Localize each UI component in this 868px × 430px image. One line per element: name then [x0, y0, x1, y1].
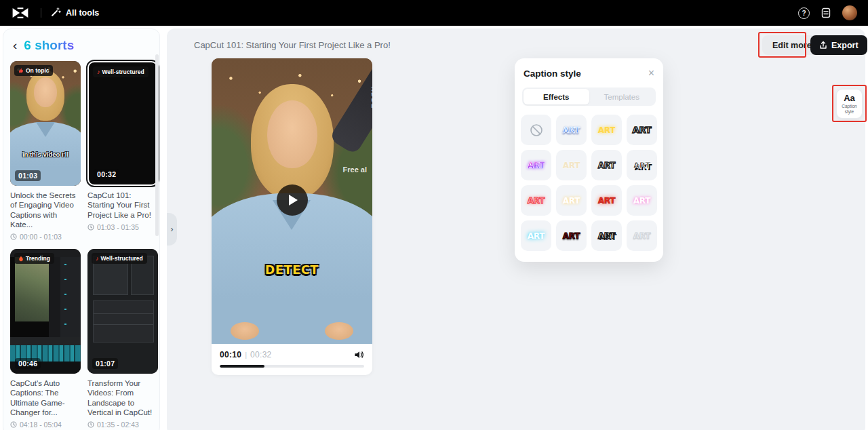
- short-thumbnail-3[interactable]: Trending 00:46: [10, 249, 81, 374]
- apps-icon[interactable]: [821, 7, 831, 18]
- style-tile-blue-gradient[interactable]: ART: [556, 115, 587, 145]
- time-separator: |: [245, 351, 247, 359]
- export-label: Export: [831, 41, 859, 50]
- magic-wand-icon: [51, 7, 61, 19]
- project-title: CapCut 101: Starting Your First Project …: [194, 40, 391, 50]
- mic-brand-label: RØDE: [370, 87, 372, 109]
- caption-panel-title: Caption style: [524, 69, 581, 79]
- short-thumbnail-2-selected[interactable]: ♪ Well-structured 00:32: [87, 61, 158, 186]
- caption-style-panel: Caption style × Effects Templates ART AR…: [515, 58, 663, 262]
- duration-label: 01:07: [92, 358, 118, 369]
- badge-trending: Trending: [14, 253, 54, 264]
- duration-label: 01:03: [15, 170, 41, 181]
- clock-icon: [87, 421, 94, 428]
- volume-icon[interactable]: [354, 350, 364, 359]
- video-preview[interactable]: RØDE Free al DETECT: [212, 58, 372, 344]
- play-button[interactable]: [277, 184, 308, 216]
- badge-on-topic: On topic: [14, 65, 53, 76]
- caption-style-grid: ART ART ART ART ART ART ART ART ART ART …: [522, 115, 656, 251]
- badge-well-structured: ♪ Well-structured: [92, 253, 147, 264]
- progress-fill: [220, 365, 264, 368]
- style-tile-purple-gradient[interactable]: ART: [521, 150, 551, 180]
- duration-label: 00:46: [15, 358, 41, 369]
- short-title: Unlock the Secrets of Engaging Video Cap…: [10, 191, 81, 229]
- video-overlay-text: Free al: [343, 165, 367, 174]
- short-thumbnail-4[interactable]: ♪ Well-structured 01:07: [87, 249, 158, 374]
- flame-icon: [18, 256, 24, 262]
- tab-effects[interactable]: Effects: [524, 89, 589, 104]
- user-avatar[interactable]: [842, 5, 857, 20]
- topbar: All tools ?: [0, 0, 868, 26]
- badge-well-structured: ♪ Well-structured: [93, 66, 149, 77]
- export-button[interactable]: Export: [810, 35, 867, 55]
- tab-templates[interactable]: Templates: [589, 89, 655, 104]
- shorts-grid: On topic in this video I'll 01:03 Unlock…: [3, 60, 159, 430]
- total-time: 00:32: [250, 350, 272, 359]
- player-controls: 00:10 | 00:32: [212, 344, 372, 375]
- music-note-icon: ♪: [96, 256, 99, 262]
- style-tile-bold-black-outline[interactable]: ART: [627, 115, 657, 145]
- all-tools-menu[interactable]: All tools: [51, 7, 99, 19]
- aa-icon: Aa: [844, 93, 855, 103]
- short-thumbnail-1[interactable]: On topic in this video I'll 01:03: [10, 61, 81, 186]
- style-tile-outline-shadow[interactable]: ART: [591, 220, 622, 251]
- capcut-app-window: All tools ? ‹ 6 shorts: [0, 0, 868, 430]
- export-icon: [819, 41, 827, 50]
- editor-preview: [15, 257, 49, 321]
- capcut-logo-icon[interactable]: [11, 5, 31, 20]
- thumbnail-caption: in this video I'll: [10, 151, 81, 158]
- none-slash-icon: [530, 123, 543, 137]
- style-tile-yellow-glow[interactable]: ART: [591, 115, 622, 145]
- progress-bar[interactable]: [220, 365, 364, 368]
- thumbs-up-icon: [18, 68, 24, 73]
- short-card-3[interactable]: Trending 00:46 CapCut's Auto Captions: T…: [10, 249, 81, 429]
- short-card-4[interactable]: ♪ Well-structured 01:07 Transform Your V…: [87, 249, 158, 429]
- style-tile-none[interactable]: [521, 115, 551, 145]
- short-time-range: 00:00 - 01:03: [10, 233, 81, 241]
- short-time-range: 04:18 - 05:04: [10, 421, 81, 429]
- person-collar: [36, 122, 55, 137]
- short-time-range: 01:03 - 01:35: [87, 223, 158, 231]
- duration-label: 00:32: [94, 169, 119, 180]
- caption-overlay-text: DETECT: [212, 263, 372, 277]
- clock-icon: [10, 421, 17, 428]
- close-icon[interactable]: ×: [648, 68, 654, 79]
- help-icon[interactable]: ?: [798, 7, 810, 19]
- clock-icon: [10, 233, 17, 240]
- shorts-count-title: 6 shorts: [24, 38, 74, 53]
- caption-style-button[interactable]: Aa Captionstyle: [836, 89, 863, 119]
- style-tile-red-pink-glow[interactable]: ART: [521, 185, 551, 216]
- person-face: [34, 77, 57, 107]
- caption-panel-tabs: Effects Templates: [522, 87, 656, 106]
- editor-panel: [60, 257, 81, 342]
- short-title: Transform Your Videos: From Landscape to…: [87, 378, 158, 417]
- style-tile-black-white-stroke[interactable]: ART: [627, 150, 657, 180]
- style-tile-cyan-glow[interactable]: ART: [521, 220, 551, 251]
- sidebar-collapse-handle[interactable]: ›: [167, 213, 177, 246]
- short-title: CapCut's Auto Captions: The Ultimate Gam…: [10, 378, 81, 417]
- caption-style-button-label: Captionstyle: [842, 104, 856, 115]
- current-time: 00:10: [220, 350, 241, 359]
- person-face: [267, 100, 317, 168]
- sidebar-scrollbar[interactable]: [155, 54, 159, 236]
- style-tile-light-gray[interactable]: ART: [627, 220, 657, 251]
- style-tile-pink-glow[interactable]: ART: [627, 185, 657, 216]
- topbar-right: ?: [798, 5, 857, 20]
- sidebar-header: ‹ 6 shorts: [3, 29, 159, 60]
- style-tile-white-black-outline[interactable]: ART: [591, 150, 622, 180]
- short-card-1[interactable]: On topic in this video I'll 01:03 Unlock…: [10, 61, 81, 241]
- short-card-2[interactable]: ♪ Well-structured 00:32 CapCut 101: Star…: [87, 61, 158, 241]
- play-icon: [289, 195, 298, 206]
- music-note-icon: ♪: [97, 69, 100, 75]
- topbar-divider: [41, 8, 41, 18]
- short-time-range: 01:35 - 02:43: [87, 421, 158, 429]
- back-button[interactable]: ‹: [13, 39, 17, 52]
- short-title: CapCut 101: Starting Your First Project …: [87, 191, 158, 220]
- video-player-card: RØDE Free al DETECT 00:10 | 00:32: [212, 58, 372, 375]
- style-tile-cream-glow[interactable]: ART: [556, 185, 587, 216]
- style-tile-dark-red[interactable]: ART: [556, 220, 587, 251]
- shorts-sidebar: ‹ 6 shorts On topic in this video I'll: [3, 28, 160, 430]
- style-tile-cream[interactable]: ART: [556, 150, 587, 180]
- clock-icon: [87, 224, 94, 231]
- style-tile-red-glow[interactable]: ART: [591, 185, 622, 216]
